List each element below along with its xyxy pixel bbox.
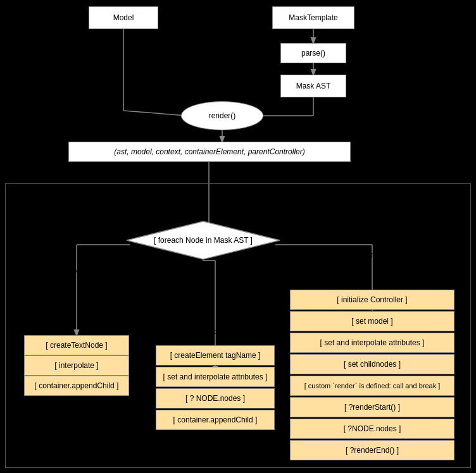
node-nodes-2-label: [ ?NODE.nodes ] bbox=[344, 424, 401, 433]
container-append-2-box: [ container.appendChild ] bbox=[156, 410, 275, 430]
set-model-box: [ set model ] bbox=[290, 311, 454, 331]
mask-template-box: MaskTemplate bbox=[272, 6, 354, 29]
model-box: Model bbox=[89, 6, 158, 29]
container-append-1-label: [ container.appendChild ] bbox=[35, 381, 119, 390]
render-label: render() bbox=[209, 111, 236, 120]
interpolate-box: [ interpolate ] bbox=[24, 355, 129, 376]
create-element-label: [ createElement tagName ] bbox=[170, 351, 261, 360]
set-interpolate-2-box: [ set and interpolate attributes ] bbox=[290, 333, 454, 353]
model-label: Model bbox=[113, 13, 134, 22]
mask-ast-box: Mask AST bbox=[280, 75, 346, 97]
render-start-box: [ ?renderStart() ] bbox=[290, 397, 454, 417]
custom-render-label: [ custom `render` is defined: call and b… bbox=[304, 382, 441, 390]
container-append-1-box: [ container.appendChild ] bbox=[24, 376, 129, 396]
render-start-label: [ ?renderStart() ] bbox=[344, 403, 400, 412]
node-nodes-box: [ ? NODE.nodes ] bbox=[156, 388, 275, 408]
svg-line-1 bbox=[123, 111, 187, 116]
set-childnodes-box: [ set childnodes ] bbox=[290, 354, 454, 374]
set-model-label: [ set model ] bbox=[351, 317, 392, 326]
container-append-2-label: [ container.appendChild ] bbox=[173, 415, 258, 424]
render-end-label: [ ?renderEnd() ] bbox=[346, 446, 399, 455]
args-label: (ast, model, context, containerElement, … bbox=[114, 147, 304, 156]
node-nodes-2-box: [ ?NODE.nodes ] bbox=[290, 419, 454, 439]
parse-label: parse() bbox=[301, 49, 325, 58]
set-childnodes-label: [ set childnodes ] bbox=[344, 360, 401, 369]
render-ellipse: render() bbox=[181, 101, 263, 130]
set-interpolate-1-label: [ set and interpolate attributes ] bbox=[163, 372, 268, 381]
mask-template-label: MaskTemplate bbox=[289, 13, 337, 22]
simple-tag-label: Simple Tag bbox=[201, 328, 235, 335]
custom-tag-label: Custom Tag bbox=[344, 252, 381, 259]
create-element-box: [ createElement tagName ] bbox=[156, 345, 275, 366]
set-interpolate-2-label: [ set and interpolate attributes ] bbox=[320, 338, 425, 347]
args-box: (ast, model, context, containerElement, … bbox=[68, 142, 351, 162]
init-controller-label: [ initialize Controller ] bbox=[337, 295, 407, 304]
foreach-diamond: [ foreach Node in Mask AST ] bbox=[125, 220, 281, 261]
set-interpolate-1-box: [ set and interpolate attributes ] bbox=[156, 367, 275, 387]
mask-ast-label: Mask AST bbox=[296, 82, 331, 90]
interpolate-label: [ interpolate ] bbox=[54, 361, 98, 370]
text-node-label: Text Node bbox=[53, 267, 85, 274]
render-end-box: [ ?renderEnd() ] bbox=[290, 440, 454, 460]
create-text-node-box: [ createTextNode ] bbox=[24, 335, 129, 355]
parse-box: parse() bbox=[280, 43, 346, 63]
init-controller-box: [ initialize Controller ] bbox=[290, 290, 454, 310]
svg-text:[ foreach Node in Mask AST ]: [ foreach Node in Mask AST ] bbox=[154, 236, 253, 245]
custom-render-box: [ custom `render` is defined: call and b… bbox=[290, 376, 454, 396]
node-nodes-label: [ ? NODE.nodes ] bbox=[185, 394, 245, 403]
create-text-node-label: [ createTextNode ] bbox=[46, 341, 107, 350]
